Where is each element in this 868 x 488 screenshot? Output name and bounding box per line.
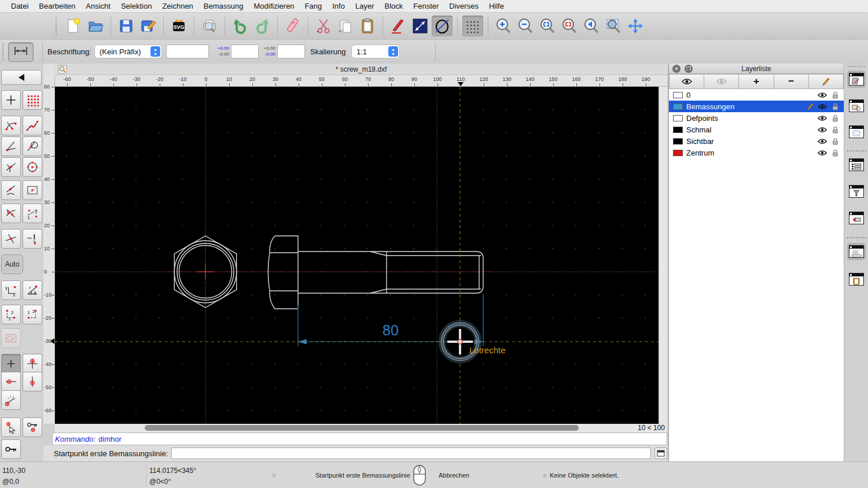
snap-perpendicular-button[interactable] xyxy=(1,136,21,156)
layer-color-swatch[interactable] xyxy=(673,127,683,133)
menu-item-fang[interactable]: Fang xyxy=(300,2,328,10)
zoom-selection-button[interactable] xyxy=(559,16,580,36)
snap-endpoints-button[interactable] xyxy=(1,116,21,135)
grid-toggle-button[interactable] xyxy=(462,16,483,36)
clipboard-dock-button[interactable] xyxy=(847,271,866,288)
menu-item-diverses[interactable]: Diverses xyxy=(444,2,484,10)
layer-row-defpoints[interactable]: Defpoints xyxy=(669,112,844,124)
layer-visibility-icon[interactable] xyxy=(816,127,829,133)
snap-nearest-button[interactable] xyxy=(1,180,21,200)
draw-point-button[interactable] xyxy=(388,16,409,36)
command-widget-dock-button[interactable] xyxy=(847,209,866,227)
snap-middle-button[interactable] xyxy=(1,157,21,177)
coordinate-polar-button[interactable]: ra xyxy=(23,280,42,300)
restrict-snap-disabled-button[interactable] xyxy=(1,328,21,348)
property-editor-dock-button[interactable] xyxy=(847,71,866,88)
set-relative-zero-button[interactable] xyxy=(1,417,21,437)
layer-lock-icon[interactable] xyxy=(829,103,841,110)
layer-edit-icon[interactable] xyxy=(803,103,816,110)
layer-color-swatch[interactable] xyxy=(673,150,683,156)
print-preview-button[interactable] xyxy=(199,16,220,36)
zoom-in-button[interactable] xyxy=(493,16,514,36)
relative-polar-button[interactable]: 12 xyxy=(23,305,42,324)
snap-intersection-auto-button[interactable] xyxy=(1,204,21,223)
remove-layer-button[interactable]: − xyxy=(774,74,809,89)
snap-grid-button[interactable] xyxy=(23,90,42,110)
edit-layer-button[interactable] xyxy=(809,74,844,89)
restrict-vertical-button[interactable] xyxy=(23,372,42,391)
dimension-label-input[interactable] xyxy=(166,45,209,58)
layer-visibility-icon[interactable] xyxy=(816,150,829,156)
open-file-button[interactable] xyxy=(85,16,106,36)
menu-item-bearbeiten[interactable]: Bearbeiten xyxy=(34,2,80,10)
block-list-dock-button[interactable] xyxy=(847,97,866,114)
toolbar-drag-handle[interactable] xyxy=(56,17,59,35)
drawing-canvas[interactable]: 80 Lotrechte xyxy=(55,87,659,424)
menu-item-zeichnen[interactable]: Zeichnen xyxy=(157,2,198,10)
layer-row-schmal[interactable]: Schmal xyxy=(669,124,844,135)
snap-tangent-button[interactable] xyxy=(23,136,42,156)
layer-row-sichtbar[interactable]: Sichtbar xyxy=(669,135,844,147)
snap-distance-button[interactable] xyxy=(23,229,42,249)
menu-item-modifizieren[interactable]: Modifizieren xyxy=(249,2,300,10)
command-panel-toggle-button[interactable] xyxy=(654,448,667,459)
draw-ellipse-button[interactable] xyxy=(432,16,453,36)
restrict-off-button[interactable] xyxy=(1,354,21,374)
zoom-window-button[interactable] xyxy=(603,16,624,36)
relative-cartesian-button[interactable]: 12 xyxy=(1,305,21,324)
menu-item-selektion[interactable]: Selektion xyxy=(116,2,157,10)
view-list-dock-button[interactable] xyxy=(847,123,866,141)
selection-filter-dock-button[interactable] xyxy=(847,183,866,200)
paste-button[interactable] xyxy=(357,16,378,36)
layer-lock-icon[interactable] xyxy=(829,91,841,99)
save-button[interactable] xyxy=(116,16,137,36)
snap-reference-button[interactable] xyxy=(23,180,42,200)
close-panel-button[interactable]: ✕ xyxy=(672,65,681,73)
menu-item-block[interactable]: Block xyxy=(379,2,408,10)
layer-lock-icon[interactable] xyxy=(829,138,841,145)
document-tab[interactable]: * screw_m18.dxf xyxy=(55,64,667,75)
new-file-button[interactable] xyxy=(63,16,84,36)
layer-color-swatch[interactable] xyxy=(673,138,683,145)
upper-tolerance-input[interactable] xyxy=(231,45,259,58)
cut-button[interactable]: + xyxy=(313,16,334,36)
command-input[interactable] xyxy=(171,448,651,459)
show-all-layers-button[interactable] xyxy=(669,74,704,89)
delete-button[interactable] xyxy=(282,16,303,36)
vertical-scrollbar[interactable] xyxy=(659,87,667,424)
menu-item-hilfe[interactable]: Hilfe xyxy=(484,2,509,10)
zoom-out-button[interactable] xyxy=(515,16,536,36)
save-as-button[interactable] xyxy=(138,16,159,36)
snap-on-entity-button[interactable] xyxy=(23,116,42,135)
dimension-horizontal-tool-button[interactable] xyxy=(8,42,34,62)
hide-all-layers-button[interactable] xyxy=(704,74,739,89)
lock-relative-zero-button[interactable] xyxy=(23,417,42,437)
svg-export-button[interactable]: SVG xyxy=(168,16,189,36)
layer-color-swatch[interactable] xyxy=(673,115,683,121)
menu-item-fenster[interactable]: Fenster xyxy=(408,2,444,10)
draw-line-button[interactable] xyxy=(410,16,431,36)
snap-intersection-manual-button[interactable]: 12 xyxy=(23,204,42,223)
menu-item-layer[interactable]: Layer xyxy=(350,2,380,10)
layer-lock-icon[interactable] xyxy=(829,126,841,134)
layer-row-0[interactable]: 0 xyxy=(669,89,844,101)
pan-button[interactable] xyxy=(625,16,646,36)
scale-select[interactable]: 1:1▲▼ xyxy=(351,45,400,58)
coordinate-cartesian-button[interactable]: yx xyxy=(1,280,21,300)
snap-auto-button[interactable]: Auto xyxy=(1,254,23,274)
layer-visibility-icon[interactable] xyxy=(816,92,829,98)
lower-tolerance-input[interactable] xyxy=(277,45,305,58)
copy-button[interactable]: + xyxy=(335,16,356,36)
snap-intersection-button[interactable] xyxy=(1,229,21,249)
menu-item-info[interactable]: Info xyxy=(327,2,350,10)
prefix-select[interactable]: (Kein Präfix)▲▼ xyxy=(94,45,162,58)
layer-color-swatch[interactable] xyxy=(673,103,683,110)
back-button[interactable] xyxy=(1,70,42,85)
snap-center-button[interactable] xyxy=(23,157,42,177)
restrict-horizontal-button[interactable] xyxy=(1,372,21,391)
redo-button[interactable] xyxy=(252,16,273,36)
layer-color-swatch[interactable] xyxy=(673,92,683,98)
layer-visibility-icon[interactable] xyxy=(816,138,829,145)
menu-item-bemassung[interactable]: Bemassung xyxy=(198,2,249,10)
command-line-dock-button[interactable] xyxy=(847,243,866,260)
